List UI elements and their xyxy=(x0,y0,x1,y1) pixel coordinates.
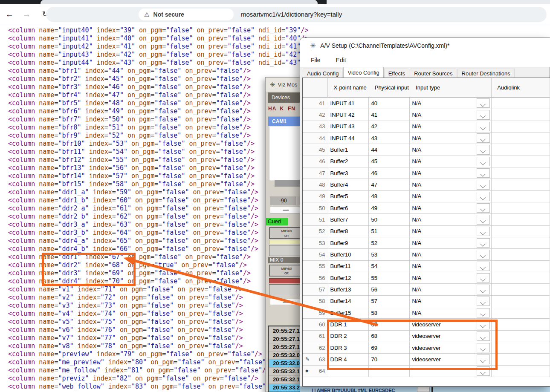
cell-xpoint-name[interactable]: DDR 3 xyxy=(328,342,369,354)
cell-audiolink[interactable] xyxy=(492,121,550,133)
tab-router-destinations[interactable]: Router Destinations xyxy=(457,69,515,78)
cell-xpoint-name[interactable]: Buffer7 xyxy=(328,214,369,225)
cell-audiolink[interactable] xyxy=(492,226,550,237)
tab-effects[interactable]: Effects xyxy=(384,69,410,78)
input-type-dropdown[interactable] xyxy=(477,145,490,154)
row-header-cell[interactable]: 41 xyxy=(303,98,328,109)
tab-audio-config[interactable]: Audio Config xyxy=(303,69,343,78)
cell-input-type[interactable]: N/A xyxy=(410,296,492,307)
cell-audiolink[interactable] xyxy=(492,249,550,260)
row-header-cell[interactable]: 52 xyxy=(303,226,328,237)
cell-input-type[interactable]: N/A xyxy=(410,121,492,133)
cell-physical-input[interactable]: 57 xyxy=(369,296,410,307)
av-setup-window[interactable]: ✳ A/V Setup (C:\ChannelTemplates\AVConfi… xyxy=(300,37,550,387)
cell-physical-input[interactable]: 49 xyxy=(369,202,410,214)
input-type-dropdown[interactable] xyxy=(477,366,490,376)
row-header-cell[interactable]: 54 xyxy=(303,249,328,260)
row-header-cell[interactable]: 49 xyxy=(303,191,328,202)
cell-xpoint-name[interactable]: INPUT 44 xyxy=(328,133,369,144)
browser-tab[interactable] xyxy=(327,0,550,4)
cell-xpoint-name[interactable]: Buffer13 xyxy=(328,284,369,295)
row-header-cell[interactable]: 53 xyxy=(303,237,328,249)
cell-physical-input[interactable]: 54 xyxy=(369,261,410,272)
cell-physical-input[interactable]: 67 xyxy=(369,319,410,330)
cell-input-type[interactable]: N/A xyxy=(410,98,492,109)
cell-xpoint-name[interactable]: Buffer11 xyxy=(328,261,369,272)
cell-physical-input[interactable]: 47 xyxy=(369,179,410,190)
input-type-dropdown[interactable] xyxy=(477,285,490,294)
cell-input-type[interactable]: videoserver xyxy=(410,319,492,330)
input-type-dropdown[interactable] xyxy=(477,227,490,236)
row-header-cell[interactable]: 61 xyxy=(303,331,328,342)
cell-input-type[interactable]: N/A xyxy=(410,272,492,284)
row-header-cell[interactable]: 47 xyxy=(303,167,328,179)
cell-audiolink[interactable] xyxy=(492,319,550,330)
cell-audiolink[interactable] xyxy=(492,261,550,272)
cell-audiolink[interactable] xyxy=(492,307,550,319)
cell-audiolink[interactable] xyxy=(492,179,550,190)
cell-input-type[interactable]: N/A xyxy=(410,249,492,260)
cell-input-type[interactable]: N/A xyxy=(410,191,492,202)
cell-input-type[interactable]: N/A xyxy=(410,144,492,156)
input-type-dropdown[interactable] xyxy=(477,98,490,108)
input-type-dropdown[interactable] xyxy=(477,355,490,364)
input-type-dropdown[interactable] xyxy=(477,250,490,259)
address-bar[interactable]: ⚠ Not secure mosartvmc1/v1/dictionary?ke… xyxy=(46,7,547,22)
column-header-audiolink[interactable]: Audiolink xyxy=(492,78,550,98)
input-type-dropdown[interactable] xyxy=(477,308,490,317)
cell-input-type[interactable]: N/A xyxy=(410,237,492,249)
cell-audiolink[interactable] xyxy=(492,331,550,342)
cell-xpoint-name[interactable] xyxy=(328,366,369,377)
cell-input-type[interactable]: N/A xyxy=(410,226,492,237)
input-type-dropdown[interactable] xyxy=(477,180,490,189)
fader-slider[interactable] xyxy=(270,299,301,305)
cell-input-type[interactable]: N/A xyxy=(410,133,492,144)
cell-input-type[interactable]: N/A xyxy=(410,202,492,214)
row-header-cell[interactable]: 59 xyxy=(303,307,328,319)
cell-physical-input[interactable]: 48 xyxy=(369,191,410,202)
cell-xpoint-name[interactable]: Buffer10 xyxy=(328,249,369,260)
cell-physical-input[interactable]: 53 xyxy=(369,249,410,260)
input-type-dropdown[interactable] xyxy=(477,262,490,271)
xpoint-grid[interactable]: X-point namePhysical inputInput typeAudi… xyxy=(302,78,550,386)
browser-tab[interactable] xyxy=(41,0,318,4)
cell-physical-input[interactable]: 68 xyxy=(369,331,410,342)
input-type-dropdown[interactable] xyxy=(477,168,490,178)
cell-xpoint-name[interactable]: Buffer6 xyxy=(328,202,369,214)
row-header-cell[interactable]: 48 xyxy=(303,179,328,190)
cell-input-type[interactable]: N/A xyxy=(410,167,492,179)
row-header-cell[interactable]: 62 xyxy=(303,342,328,354)
cell-input-type[interactable]: N/A xyxy=(410,214,492,225)
input-type-dropdown[interactable] xyxy=(477,320,490,329)
cell-physical-input[interactable]: 45 xyxy=(369,156,410,167)
cell-audiolink[interactable] xyxy=(492,144,550,156)
cell-physical-input[interactable]: 46 xyxy=(369,167,410,179)
cell-xpoint-name[interactable]: Buffer9 xyxy=(328,237,369,249)
cell-audiolink[interactable] xyxy=(492,191,550,202)
cell-physical-input[interactable]: 70 xyxy=(369,354,410,365)
fader-slider[interactable] xyxy=(270,207,301,213)
row-header-cell[interactable]: 51 xyxy=(303,214,328,225)
row-header-cell[interactable]: 58 xyxy=(303,296,328,307)
row-header-cell[interactable]: 57 xyxy=(303,284,328,295)
tab-video-config[interactable]: Video Config xyxy=(343,67,383,78)
cell-xpoint-name[interactable]: Buffer2 xyxy=(328,156,369,167)
cell-audiolink[interactable] xyxy=(492,214,550,225)
cell-xpoint-name[interactable]: Buffer8 xyxy=(328,226,369,237)
cell-xpoint-name[interactable]: INPUT 43 xyxy=(328,121,369,133)
cell-xpoint-name[interactable]: DDR 1 xyxy=(328,319,369,330)
cell-audiolink[interactable] xyxy=(492,366,550,377)
cell-physical-input[interactable] xyxy=(369,366,410,377)
cell-input-type[interactable]: N/A xyxy=(410,179,492,190)
cell-physical-input[interactable]: 50 xyxy=(369,214,410,225)
cell-input-type[interactable]: videoserver xyxy=(410,342,492,354)
input-type-dropdown[interactable] xyxy=(477,203,490,213)
cell-xpoint-name[interactable]: Buffer3 xyxy=(328,167,369,179)
row-header-cell[interactable]: 63✎ xyxy=(303,354,328,365)
cell-audiolink[interactable] xyxy=(492,133,550,144)
column-header-input-type[interactable]: Input type xyxy=(410,78,492,98)
cell-audiolink[interactable] xyxy=(492,202,550,214)
cell-input-type[interactable]: videoserver xyxy=(410,331,492,342)
input-type-dropdown[interactable] xyxy=(477,297,490,306)
cell-input-type[interactable]: videoserver xyxy=(410,354,492,365)
